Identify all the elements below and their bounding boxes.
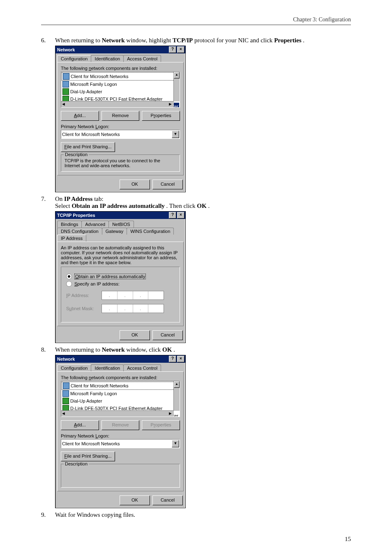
- win1-title: Network: [56, 47, 168, 52]
- ip-help-text: An IP address can be automatically assig…: [61, 245, 180, 265]
- components-label: The following network components are ins…: [61, 66, 180, 71]
- tab-access-control[interactable]: Access Control: [123, 364, 161, 371]
- scroll-up-icon[interactable]: ▲: [174, 381, 180, 388]
- step-8-number: 8.: [41, 346, 55, 353]
- step-9-text: Wait for Windows copying files.: [55, 511, 351, 518]
- cancel-button[interactable]: Cancel: [152, 330, 183, 340]
- step-9: 9. Wait for Windows copying files.: [41, 511, 351, 518]
- ok-button[interactable]: OK: [120, 180, 150, 189]
- chevron-down-icon[interactable]: ▼: [172, 440, 179, 447]
- step-8-text: When returning to Network window, click …: [55, 346, 351, 353]
- remove-button[interactable]: Remove: [101, 111, 140, 121]
- tab-bindings[interactable]: Bindings: [57, 221, 82, 228]
- close-icon[interactable]: ×: [177, 212, 184, 219]
- cancel-button[interactable]: Cancel: [152, 495, 183, 505]
- ip-address-label: IP Address:: [66, 293, 101, 298]
- properties-button: Properties: [142, 420, 180, 430]
- file-print-sharing-button[interactable]: File and Print Sharing...: [61, 451, 115, 461]
- ok-button[interactable]: OK: [120, 495, 150, 505]
- tab-configuration[interactable]: Configuration: [57, 364, 91, 371]
- step-7-line2: Select Obtain an IP address automaticall…: [55, 203, 351, 210]
- step-7: 7. On IP Address tab:: [41, 196, 351, 203]
- adapter-icon: [62, 398, 69, 404]
- step-9-number: 9.: [41, 511, 55, 518]
- radio-obtain-auto[interactable]: Obtain an IP address automatically: [66, 274, 175, 279]
- properties-button[interactable]: Properties: [142, 111, 180, 121]
- file-print-sharing-button[interactable]: File and Print Sharing...: [61, 142, 115, 152]
- add-button[interactable]: Add...: [61, 420, 99, 430]
- client-icon: [63, 73, 69, 80]
- client-icon: [63, 382, 69, 389]
- help-icon[interactable]: ?: [169, 46, 176, 53]
- win2-title: TCP/IP Properties: [56, 213, 168, 218]
- tab-netbios[interactable]: NetBIOS: [108, 221, 134, 228]
- radio-specify[interactable]: Specify an IP address:: [66, 281, 175, 287]
- ip-address-input: ...: [101, 291, 164, 300]
- header-rule: [41, 25, 351, 25]
- tab-identification[interactable]: Identification: [91, 364, 124, 371]
- tab-wins[interactable]: WINS Configuration: [127, 228, 174, 235]
- step-6: 6. When returning to Network window, hig…: [41, 37, 351, 44]
- tcpip-dialog: TCP/IP Properties ? × Bindings Advanced …: [55, 211, 186, 343]
- step-8: 8. When returning to Network window, cli…: [41, 346, 351, 353]
- components-list[interactable]: Client for Microsoft Networks Microsoft …: [61, 381, 180, 417]
- network-dialog-1: Network ? × Configuration Identification…: [55, 46, 186, 192]
- tab-advanced[interactable]: Advanced: [81, 221, 109, 228]
- description-group: Description TCP/IP is the protocol you u…: [61, 154, 180, 172]
- description-group: Description: [61, 464, 180, 488]
- chapter-header: Chapter 3: Configuration: [293, 16, 351, 23]
- help-icon[interactable]: ?: [169, 212, 176, 219]
- subnet-mask-label: Subnet Mask:: [66, 306, 101, 311]
- help-icon[interactable]: ?: [169, 356, 176, 362]
- remove-button: Remove: [101, 420, 140, 430]
- client-icon: [62, 390, 69, 397]
- tab-gateway[interactable]: Gateway: [102, 228, 127, 235]
- primary-logon-select[interactable]: Client for Microsoft Networks ▼: [61, 439, 180, 448]
- components-label: The following network components are ins…: [61, 375, 180, 380]
- subnet-mask-input: ...: [101, 304, 164, 313]
- scroll-up-icon[interactable]: ▲: [174, 72, 180, 78]
- step-6-text: When returning to Network window, highli…: [55, 37, 351, 44]
- cancel-button[interactable]: Cancel: [152, 180, 183, 189]
- page-number: 15: [345, 536, 351, 543]
- close-icon[interactable]: ×: [177, 46, 184, 53]
- adapter-icon: [62, 88, 69, 95]
- tab-configuration[interactable]: Configuration: [57, 55, 91, 62]
- close-icon[interactable]: ×: [177, 356, 184, 362]
- scroll-right-icon[interactable]: ►: [168, 411, 174, 417]
- network-dialog-2: Network ? × Configuration Identification…: [55, 355, 186, 508]
- win3-title: Network: [56, 357, 168, 362]
- primary-logon-label: Primary Network Logon:: [61, 433, 180, 438]
- components-list[interactable]: Client for Microsoft Networks Microsoft …: [61, 71, 180, 108]
- add-button[interactable]: Add...: [61, 111, 99, 121]
- step-7-number: 7.: [41, 196, 55, 203]
- ok-button[interactable]: OK: [120, 330, 150, 340]
- scroll-left-icon[interactable]: ◄: [61, 411, 67, 417]
- primary-logon-select[interactable]: Client for Microsoft Networks ▼: [61, 130, 180, 139]
- tab-identification[interactable]: Identification: [91, 55, 124, 62]
- tab-ip-address[interactable]: IP Address: [57, 235, 86, 242]
- client-icon: [62, 81, 69, 88]
- tab-dns[interactable]: DNS Configuration: [57, 228, 102, 235]
- step-6-number: 6.: [41, 37, 55, 44]
- scroll-left-icon[interactable]: ◄: [61, 101, 67, 107]
- scroll-right-icon[interactable]: ►: [168, 101, 174, 107]
- tab-access-control[interactable]: Access Control: [123, 55, 161, 62]
- chevron-down-icon[interactable]: ▼: [172, 131, 179, 138]
- primary-logon-label: Primary Network Logon:: [61, 124, 180, 129]
- step-7-line1: On IP Address tab:: [55, 196, 351, 203]
